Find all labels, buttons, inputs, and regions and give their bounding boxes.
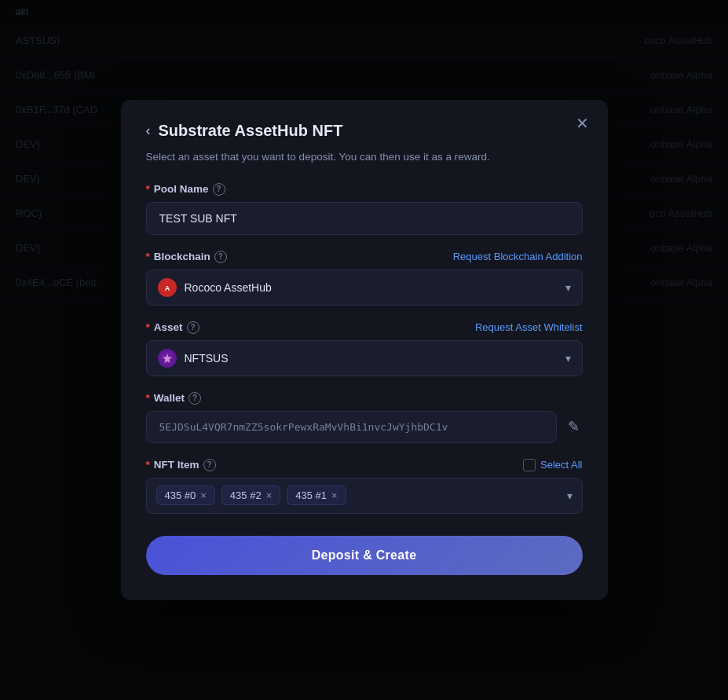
pool-name-field-group: * Pool Name ? — [146, 183, 583, 235]
blockchain-select-inner: A Rococo AssetHub — [158, 278, 272, 297]
nft-item-label-text: NFT Item — [154, 459, 199, 471]
blockchain-chevron-icon: ▾ — [565, 281, 571, 294]
modal-back-button[interactable]: ‹ — [146, 123, 151, 139]
wallet-label-row: * Wallet ? — [146, 392, 583, 405]
asset-required-star: * — [146, 321, 150, 333]
blockchain-request-link[interactable]: Request Blockchain Addition — [453, 251, 583, 262]
wallet-label: * Wallet ? — [146, 392, 202, 405]
edit-icon: ✎ — [568, 418, 580, 435]
select-all-row: Select All — [523, 459, 582, 471]
select-all-label[interactable]: Select All — [540, 459, 582, 471]
nft-tag-2-close[interactable]: × — [331, 490, 338, 500]
nft-item-required-star: * — [146, 459, 150, 471]
pool-name-help-icon[interactable]: ? — [213, 183, 225, 196]
blockchain-label: * Blockchain ? — [146, 251, 227, 263]
blockchain-icon: A — [158, 278, 177, 297]
asset-select[interactable]: NFTSUS ▾ — [146, 340, 583, 376]
wallet-label-text: Wallet — [154, 392, 185, 404]
pool-name-required-star: * — [146, 183, 150, 195]
asset-icon — [158, 349, 177, 368]
wallet-field-group: * Wallet ? ✎ — [146, 392, 583, 443]
blockchain-label-row: * Blockchain ? Request Blockchain Additi… — [146, 251, 583, 263]
pool-name-label: * Pool Name ? — [146, 183, 225, 196]
nft-tag-0[interactable]: 435 #0 × — [156, 486, 215, 505]
nft-item-label: * NFT Item ? — [146, 459, 216, 471]
modal-overlay: ✕ ‹ Substrate AssetHub NFT Select an ass… — [0, 0, 728, 700]
nft-tag-2[interactable]: 435 #1 × — [287, 486, 346, 505]
asset-request-link[interactable]: Request Asset Whitelist — [475, 321, 583, 333]
nft-tag-1-label: 435 #2 — [230, 489, 262, 501]
pool-name-label-text: Pool Name — [154, 183, 209, 195]
asset-chevron-icon: ▾ — [565, 352, 571, 365]
wallet-input[interactable] — [146, 411, 557, 443]
asset-label: * Asset ? — [146, 321, 199, 334]
modal-title: Substrate AssetHub NFT — [159, 122, 343, 140]
wallet-input-row: ✎ — [146, 411, 583, 443]
asset-selected-value: NFTSUS — [185, 352, 229, 365]
pool-name-input[interactable] — [146, 202, 583, 235]
blockchain-field-group: * Blockchain ? Request Blockchain Additi… — [146, 251, 583, 306]
asset-help-icon[interactable]: ? — [187, 321, 199, 334]
blockchain-label-text: Blockchain — [154, 251, 210, 262]
asset-field-group: * Asset ? Request Asset Whitelist NFTSUS… — [146, 321, 583, 376]
nft-items-chevron-icon: ▾ — [567, 489, 573, 502]
pool-name-label-row: * Pool Name ? — [146, 183, 583, 196]
blockchain-help-icon[interactable]: ? — [214, 251, 227, 263]
nft-tag-2-label: 435 #1 — [295, 489, 327, 501]
blockchain-selected-value: Rococo AssetHub — [185, 281, 272, 294]
modal-subtitle: Select an asset that you want to deposit… — [146, 149, 583, 165]
svg-text:A: A — [164, 284, 170, 292]
wallet-edit-button[interactable]: ✎ — [565, 415, 583, 438]
wallet-required-star: * — [146, 392, 150, 404]
asset-select-inner: NFTSUS — [158, 349, 229, 368]
nft-item-label-row: * NFT Item ? Select All — [146, 459, 583, 471]
asset-label-row: * Asset ? Request Asset Whitelist — [146, 321, 583, 334]
wallet-help-icon[interactable]: ? — [188, 392, 201, 405]
nft-tag-0-close[interactable]: × — [200, 490, 207, 500]
asset-label-text: Asset — [154, 321, 183, 333]
nft-tag-1[interactable]: 435 #2 × — [221, 486, 280, 505]
modal: ✕ ‹ Substrate AssetHub NFT Select an ass… — [121, 100, 608, 599]
modal-header: ‹ Substrate AssetHub NFT — [146, 122, 583, 140]
nft-items-select[interactable]: 435 #0 × 435 #2 × 435 #1 × ▾ — [146, 478, 583, 514]
modal-close-button[interactable]: ✕ — [576, 115, 589, 131]
blockchain-required-star: * — [146, 251, 150, 262]
nft-tag-0-label: 435 #0 — [165, 489, 196, 501]
nft-tag-1-close[interactable]: × — [266, 490, 273, 500]
deposit-create-button[interactable]: Deposit & Create — [146, 536, 583, 575]
nft-item-field-group: * NFT Item ? Select All 435 #0 × 435 #2 … — [146, 459, 583, 514]
select-all-checkbox[interactable] — [523, 459, 536, 471]
blockchain-select[interactable]: A Rococo AssetHub ▾ — [146, 269, 583, 306]
nft-item-help-icon[interactable]: ? — [203, 459, 216, 471]
svg-marker-2 — [163, 354, 172, 363]
back-arrow-icon: ‹ — [146, 123, 151, 139]
